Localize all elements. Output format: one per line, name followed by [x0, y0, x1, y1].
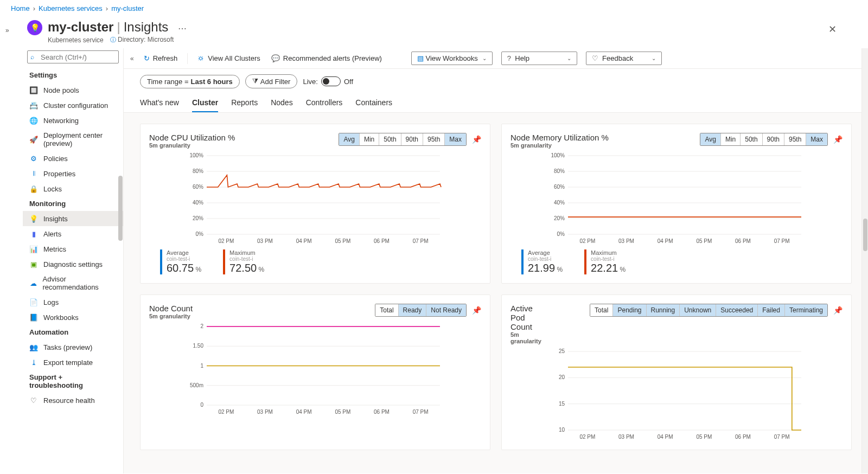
tab[interactable]: What's new: [140, 94, 179, 112]
recommended-alerts-button[interactable]: 💬Recommended alerts (Preview): [270, 52, 383, 65]
nav-icon: 🔲: [29, 86, 38, 94]
sidebar-item[interactable]: 🔲Node pools: [23, 82, 123, 98]
agg-button[interactable]: Avg: [339, 133, 359, 145]
agg-button[interactable]: Avg: [700, 133, 720, 145]
tab[interactable]: Containers: [355, 94, 392, 112]
nav-icon: 📘: [29, 313, 38, 322]
svg-text:05 PM: 05 PM: [335, 238, 350, 244]
svg-text:40%: 40%: [193, 200, 203, 206]
agg-button[interactable]: 50th: [379, 133, 401, 145]
sidebar-item[interactable]: ⦀Properties: [23, 166, 123, 181]
help-dropdown[interactable]: ? Help⌄: [501, 52, 577, 65]
pin-icon[interactable]: 📌: [472, 306, 481, 315]
svg-text:04 PM: 04 PM: [296, 409, 312, 415]
view-workbooks-dropdown[interactable]: ▧ View Workbooks⌄: [411, 52, 493, 65]
sidebar-item[interactable]: ▣Diagnostic settings: [23, 257, 123, 272]
sidebar-item[interactable]: ▮Alerts: [23, 226, 123, 241]
toolbar: « ↻Refresh ⛭View All Clusters 💬Recommend…: [124, 48, 868, 69]
breadcrumb-cluster[interactable]: my-cluster: [111, 4, 144, 12]
sidebar-item[interactable]: 📊Metrics: [23, 241, 123, 257]
svg-text:60%: 60%: [193, 184, 203, 190]
more-icon[interactable]: ⋯: [178, 23, 187, 34]
content-scrollbar[interactable]: [861, 48, 868, 473]
sidebar-item[interactable]: ⤓Export template: [23, 355, 123, 370]
page-header: » 💡 my-cluster | Insights ⋯ Kubernetes s…: [0, 17, 868, 48]
agg-button[interactable]: Max: [445, 133, 466, 145]
sidebar-item[interactable]: ♡Resource health: [23, 393, 123, 408]
sidebar-item[interactable]: 🌐Networking: [23, 113, 123, 128]
nav-label: Metrics: [43, 245, 66, 253]
agg-button[interactable]: Terminating: [785, 304, 827, 316]
nav-label: Advisor recommendations: [43, 275, 117, 291]
breadcrumb-home[interactable]: Home: [11, 4, 30, 12]
collapse-sidebar-icon[interactable]: «: [130, 55, 134, 62]
add-filter-button[interactable]: ⧩Add Filter: [245, 74, 298, 88]
agg-button[interactable]: Min: [360, 133, 379, 145]
agg-button[interactable]: Succeeded: [716, 304, 758, 316]
agg-button[interactable]: Unknown: [680, 304, 716, 316]
sidebar-item[interactable]: 📘Workbooks: [23, 310, 123, 325]
sidebar-scrollbar[interactable]: [118, 48, 123, 473]
agg-button[interactable]: Failed: [758, 304, 785, 316]
svg-text:100%: 100%: [189, 153, 203, 158]
sidebar: ⌕ Settings🔲Node pools📇Cluster configurat…: [0, 48, 124, 473]
agg-button[interactable]: Not Ready: [426, 304, 466, 316]
refresh-button[interactable]: ↻Refresh: [143, 52, 179, 65]
tab[interactable]: Cluster: [192, 94, 218, 112]
pin-icon[interactable]: 📌: [833, 135, 843, 144]
sidebar-item[interactable]: 📄Logs: [23, 294, 123, 310]
svg-text:06 PM: 06 PM: [374, 238, 390, 244]
search-input[interactable]: [27, 50, 119, 63]
agg-button[interactable]: Pending: [613, 304, 646, 316]
tab[interactable]: Nodes: [271, 94, 292, 112]
agg-button[interactable]: Total: [375, 304, 398, 316]
agg-button[interactable]: Min: [721, 133, 741, 145]
close-icon[interactable]: ✕: [824, 19, 841, 40]
live-toggle[interactable]: [321, 76, 341, 86]
aggregation-buttons: TotalReadyNot Ready: [375, 304, 467, 317]
sidebar-item[interactable]: 👥Tasks (preview): [23, 340, 123, 355]
sidebar-item[interactable]: 🔒Locks: [23, 181, 123, 196]
breadcrumb-kubernetes[interactable]: Kubernetes services: [39, 4, 103, 12]
nav-icon: ▮: [29, 229, 38, 238]
svg-text:0: 0: [200, 402, 203, 408]
legend-item: Maximumcoin-test-i 72.50 %: [223, 249, 264, 274]
svg-text:100%: 100%: [551, 153, 565, 158]
svg-text:25: 25: [559, 349, 565, 354]
chart: 0%20%40%60%80%100%02 PM03 PM04 PM05 PM06…: [510, 153, 843, 245]
sidebar-item[interactable]: ⚙Policies: [23, 151, 123, 166]
nav-icon: 📄: [29, 298, 38, 306]
svg-text:04 PM: 04 PM: [658, 434, 673, 440]
agg-button[interactable]: Total: [590, 304, 613, 316]
agg-button[interactable]: 50th: [741, 133, 762, 145]
svg-text:02 PM: 02 PM: [579, 434, 595, 440]
nav-label: Diagnostic settings: [43, 260, 103, 268]
pin-icon[interactable]: 📌: [833, 306, 843, 315]
svg-text:04 PM: 04 PM: [658, 238, 673, 244]
card-subtitle: 5m granularity: [510, 142, 609, 149]
sidebar-item[interactable]: 📇Cluster configuration: [23, 98, 123, 113]
nav-label: Alerts: [43, 230, 61, 238]
pin-icon[interactable]: 📌: [472, 135, 481, 144]
tab[interactable]: Reports: [231, 94, 258, 112]
agg-button[interactable]: Max: [806, 133, 827, 145]
expand-menu-icon[interactable]: »: [5, 27, 9, 34]
agg-button[interactable]: 95th: [423, 133, 445, 145]
agg-button[interactable]: 90th: [401, 133, 423, 145]
svg-text:10: 10: [559, 427, 565, 433]
tab[interactable]: Controllers: [306, 94, 343, 112]
view-all-clusters-button[interactable]: ⛭View All Clusters: [196, 52, 261, 65]
sidebar-item[interactable]: 💡Insights: [23, 211, 123, 226]
svg-text:03 PM: 03 PM: [257, 409, 273, 415]
feedback-dropdown[interactable]: ♡ Feedback⌄: [586, 52, 662, 65]
sidebar-item[interactable]: 🚀Deployment center (preview): [23, 128, 123, 151]
time-range-filter[interactable]: Time range = Last 6 hours: [140, 75, 240, 88]
agg-button[interactable]: Running: [647, 304, 680, 316]
sidebar-item[interactable]: ☁Advisor recommendations: [23, 272, 123, 294]
nav-heading: Settings: [23, 68, 123, 82]
legend: Averagecoin-test-i 60.75 % Maximumcoin-t…: [149, 249, 481, 274]
agg-button[interactable]: 95th: [784, 133, 806, 145]
agg-button[interactable]: Ready: [399, 304, 427, 316]
agg-button[interactable]: 90th: [763, 133, 784, 145]
svg-text:02 PM: 02 PM: [218, 238, 234, 244]
